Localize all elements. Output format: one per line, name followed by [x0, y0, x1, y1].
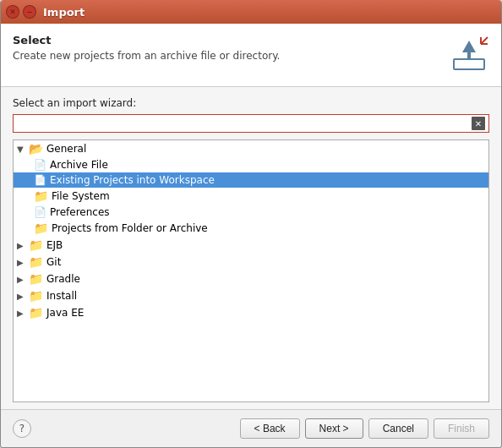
tree-group-ejb[interactable]: ▶ 📁 EJB [14, 237, 488, 254]
titlebar-buttons: ✕ − [6, 5, 36, 19]
tree-item-file-system[interactable]: 📁 File System [14, 188, 488, 205]
import-svg-icon [449, 34, 489, 74]
tree-item-existing-projects[interactable]: 📄 Existing Projects into Workspace [14, 172, 488, 188]
content-section: Select an import wizard: ✕ ▼ 📂 General 📄… [1, 87, 501, 409]
tree-group-general[interactable]: ▼ 📂 General [14, 140, 488, 157]
import-icon [449, 34, 489, 74]
header-title: Select [13, 34, 280, 46]
minimize-button[interactable]: − [23, 5, 36, 19]
folder-icon-filesystem: 📁 [34, 189, 48, 203]
expand-arrow-git: ▶ [17, 258, 25, 267]
page-icon-existing: 📄 [34, 174, 46, 186]
item-label-archive-file: Archive File [50, 159, 108, 171]
item-label-existing-projects: Existing Projects into Workspace [50, 174, 215, 186]
item-label-preferences: Preferences [50, 206, 110, 218]
tree-group-install[interactable]: ▶ 📁 Install [14, 287, 488, 304]
titlebar: ✕ − Import [1, 0, 501, 24]
help-button[interactable]: ? [13, 419, 31, 438]
group-label-install: Install [46, 290, 77, 302]
cancel-button[interactable]: Cancel [368, 418, 428, 439]
clear-button[interactable]: ✕ [472, 117, 485, 130]
tree-container[interactable]: ▼ 📂 General 📄 Archive File 📄 Existing Pr… [13, 139, 489, 402]
folder-icon-projects: 📁 [34, 221, 48, 235]
group-label-ejb: EJB [46, 239, 63, 251]
clear-icon: ✕ [475, 119, 482, 128]
expand-arrow-javaee: ▶ [17, 309, 25, 318]
svg-marker-1 [462, 41, 476, 59]
tree-group-git[interactable]: ▶ 📁 Git [14, 254, 488, 270]
page-icon-preferences: 📄 [34, 206, 46, 218]
tree-item-preferences[interactable]: 📄 Preferences [14, 205, 488, 220]
expand-arrow-ejb: ▶ [17, 241, 25, 250]
footer-left: ? [13, 419, 31, 438]
footer-buttons: < Back Next > Cancel Finish [240, 418, 489, 439]
window-title: Import [43, 6, 85, 19]
tree-group-gradle[interactable]: ▶ 📁 Gradle [14, 270, 488, 287]
close-icon: ✕ [9, 8, 16, 16]
tree-item-projects-folder[interactable]: 📁 Projects from Folder or Archive [14, 220, 488, 237]
import-dialog: ✕ − Import Select Create new projects fr… [0, 0, 502, 448]
search-row: ✕ [13, 114, 489, 133]
close-button[interactable]: ✕ [6, 5, 19, 19]
group-label-gradle: Gradle [46, 273, 80, 285]
wizard-label: Select an import wizard: [13, 97, 489, 109]
folder-icon-javaee: 📁 [29, 306, 43, 320]
page-icon-archive: 📄 [34, 159, 46, 171]
minimize-icon: − [26, 8, 33, 16]
group-label-git: Git [46, 256, 61, 268]
folder-icon-git: 📁 [29, 255, 43, 269]
expand-arrow-install: ▶ [17, 292, 25, 301]
folder-open-icon: 📂 [29, 142, 43, 156]
item-label-projects-folder: Projects from Folder or Archive [52, 222, 208, 234]
help-icon: ? [19, 423, 25, 434]
item-label-file-system: File System [52, 190, 110, 202]
folder-icon-install: 📁 [29, 289, 43, 303]
group-label-general: General [46, 143, 86, 155]
svg-rect-0 [454, 59, 484, 69]
finish-button[interactable]: Finish [434, 418, 489, 439]
expand-arrow-general: ▼ [17, 145, 25, 154]
header-text: Select Create new projects from an archi… [13, 34, 280, 62]
svg-line-2 [481, 37, 488, 44]
group-label-javaee: Java EE [46, 307, 84, 319]
folder-icon-gradle: 📁 [29, 272, 43, 286]
header-description: Create new projects from an archive file… [13, 50, 280, 62]
expand-arrow-gradle: ▶ [17, 275, 25, 284]
tree-item-archive-file[interactable]: 📄 Archive File [14, 157, 488, 172]
footer-section: ? < Back Next > Cancel Finish [1, 409, 501, 447]
search-input[interactable] [17, 117, 472, 129]
folder-icon-ejb: 📁 [29, 238, 43, 252]
back-button[interactable]: < Back [240, 418, 300, 439]
next-button[interactable]: Next > [305, 418, 363, 439]
tree-group-javaee[interactable]: ▶ 📁 Java EE [14, 304, 488, 321]
header-section: Select Create new projects from an archi… [1, 24, 501, 87]
